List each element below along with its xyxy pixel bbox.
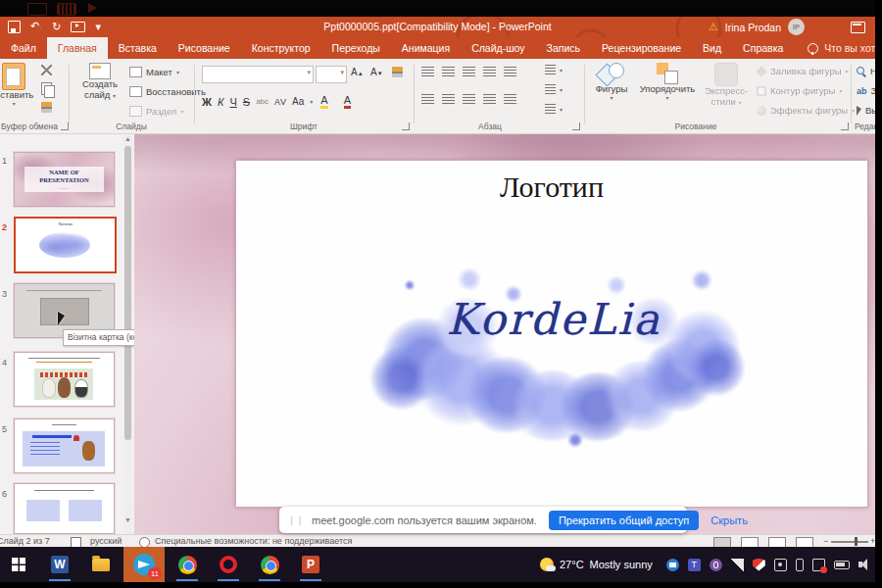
- shapes-button[interactable]: Фигуры▾: [590, 63, 633, 102]
- numbering-icon[interactable]: [442, 67, 455, 76]
- font-dialog-launcher[interactable]: [402, 122, 410, 130]
- tab-review[interactable]: Рецензирование: [591, 37, 692, 59]
- arrange-button[interactable]: Упорядочить▾: [637, 63, 698, 102]
- tell-me-search[interactable]: Что вы хотите сделать?: [808, 37, 875, 59]
- start-button[interactable]: [0, 547, 37, 582]
- slide-title[interactable]: Логотип: [236, 171, 867, 204]
- cut-button[interactable]: [41, 65, 52, 75]
- shape-fill-button[interactable]: Заливка фигуры▾: [757, 66, 849, 76]
- stop-sharing-button[interactable]: Прекратить общий доступ: [549, 511, 699, 530]
- underline-button[interactable]: Ч: [229, 96, 236, 108]
- logo-artwork[interactable]: KordeLia: [375, 241, 732, 443]
- warning-icon[interactable]: ⚠: [709, 21, 718, 33]
- quick-styles-button[interactable]: Экспресс- стили ▾: [702, 63, 751, 108]
- section-button[interactable]: Раздел▾: [129, 106, 183, 117]
- zoom-slider-handle[interactable]: [855, 537, 858, 546]
- change-case-button[interactable]: Aa: [292, 96, 304, 107]
- scrollbar-thumb[interactable]: [124, 146, 131, 440]
- tab-design[interactable]: Конструктор: [241, 37, 321, 59]
- align-center-icon[interactable]: [442, 94, 455, 104]
- tab-draw[interactable]: Рисование: [168, 37, 241, 59]
- justify-icon[interactable]: [483, 94, 496, 104]
- slide-thumbnail-2-selected[interactable]: Логотип: [14, 217, 117, 273]
- select-button[interactable]: Выделить: [857, 105, 875, 116]
- character-spacing-button[interactable]: АV: [274, 97, 286, 107]
- replace-button[interactable]: abЗаменить: [857, 85, 875, 96]
- shape-outline-button[interactable]: Контур фигуры▾: [757, 85, 842, 96]
- align-text-button[interactable]: ▾: [545, 84, 563, 94]
- tray-viber-icon[interactable]: [710, 559, 722, 571]
- grow-font-button[interactable]: А▲: [351, 67, 364, 77]
- columns-icon[interactable]: [504, 94, 516, 104]
- tab-slideshow[interactable]: Слайд-шоу: [461, 37, 535, 59]
- align-right-icon[interactable]: [463, 94, 475, 104]
- taskbar-chrome-2[interactable]: [251, 547, 288, 582]
- ribbon-display-options-icon[interactable]: [851, 22, 865, 33]
- drawing-dialog-launcher[interactable]: [841, 122, 849, 130]
- paste-button[interactable]: Вставить▾: [0, 63, 33, 108]
- tray-teams-icon[interactable]: T: [688, 559, 701, 571]
- tray-defender-icon[interactable]: [753, 559, 765, 571]
- shadow-button[interactable]: abc: [256, 97, 269, 106]
- format-painter-button[interactable]: [41, 102, 52, 113]
- language-indicator[interactable]: русский: [90, 536, 122, 546]
- decrease-indent-icon[interactable]: [463, 67, 475, 76]
- tab-animations[interactable]: Анимация: [391, 37, 461, 59]
- taskbar-chrome-1[interactable]: [169, 547, 206, 582]
- zoom-out-button[interactable]: −: [823, 536, 828, 546]
- tray-phone-icon[interactable]: [796, 559, 804, 571]
- clipboard-dialog-launcher[interactable]: [61, 122, 69, 130]
- tray-battery-icon[interactable]: [834, 561, 850, 569]
- slide-thumbnail-5[interactable]: [14, 418, 115, 473]
- taskbar-word[interactable]: W: [41, 547, 78, 582]
- tray-weather-app-icon[interactable]: [666, 559, 679, 571]
- taskbar-telegram-active[interactable]: 11: [123, 547, 165, 582]
- slide-thumbnail-6[interactable]: [14, 483, 115, 534]
- scroll-down-arrow[interactable]: ▼: [124, 516, 131, 524]
- avatar[interactable]: IP: [788, 19, 805, 35]
- tab-insert[interactable]: Вставка: [108, 37, 168, 59]
- tray-volume-icon[interactable]: [858, 559, 871, 571]
- zoom-slider-track[interactable]: [831, 541, 868, 543]
- taskbar-explorer[interactable]: [82, 547, 120, 582]
- strikethrough-button[interactable]: S: [243, 96, 250, 108]
- font-name-combo[interactable]: [202, 66, 314, 83]
- tab-help[interactable]: Справка: [732, 37, 794, 59]
- line-spacing-icon[interactable]: [504, 67, 516, 76]
- account-name[interactable]: Irina Prodan: [725, 22, 781, 33]
- bullets-icon[interactable]: [421, 67, 434, 76]
- paragraph-dialog-launcher[interactable]: [572, 122, 580, 130]
- tab-file[interactable]: Файл: [0, 37, 47, 59]
- text-direction-button[interactable]: ▾: [545, 65, 563, 74]
- new-slide-button[interactable]: Создать слайд ▾: [74, 63, 125, 101]
- convert-smartart-button[interactable]: ▾: [545, 104, 563, 114]
- highlight-button[interactable]: А: [320, 94, 327, 109]
- tab-view[interactable]: Вид: [692, 37, 732, 59]
- slide-thumbnail-4[interactable]: [14, 352, 115, 407]
- taskbar-opera[interactable]: [210, 547, 247, 582]
- shrink-font-button[interactable]: А▼: [370, 67, 383, 77]
- tray-capture-icon[interactable]: [774, 559, 787, 571]
- align-left-icon[interactable]: [421, 94, 434, 104]
- font-color-button[interactable]: А: [344, 94, 351, 109]
- tab-transitions[interactable]: Переходы: [321, 37, 391, 59]
- font-size-combo[interactable]: [316, 66, 347, 83]
- drag-grip-icon[interactable]: ❘❘: [288, 515, 305, 525]
- italic-button[interactable]: К: [218, 96, 223, 108]
- tray-screen-record-icon[interactable]: [812, 559, 825, 571]
- tray-network-icon[interactable]: [731, 559, 744, 571]
- find-button[interactable]: Найти: [857, 66, 875, 76]
- slide-thumbnail-1[interactable]: NAME OF PRESENTATION ———: [14, 152, 115, 207]
- increase-indent-icon[interactable]: [483, 67, 496, 76]
- bold-button[interactable]: Ж: [202, 96, 212, 108]
- copy-button[interactable]: [41, 82, 52, 95]
- layout-button[interactable]: Макет▾: [129, 67, 179, 77]
- taskbar-powerpoint[interactable]: P: [292, 547, 329, 582]
- taskbar-weather[interactable]: 27°C Mostly sunny: [540, 558, 653, 571]
- shape-effects-button[interactable]: Эффекты фигуры▾: [757, 105, 855, 116]
- scroll-up-arrow[interactable]: ▲: [124, 135, 131, 143]
- tab-record[interactable]: Запись: [536, 37, 591, 59]
- tab-home[interactable]: Главная: [47, 37, 108, 59]
- clear-formatting-button[interactable]: [392, 67, 403, 77]
- slide-editing-surface[interactable]: Логотип: [235, 160, 868, 508]
